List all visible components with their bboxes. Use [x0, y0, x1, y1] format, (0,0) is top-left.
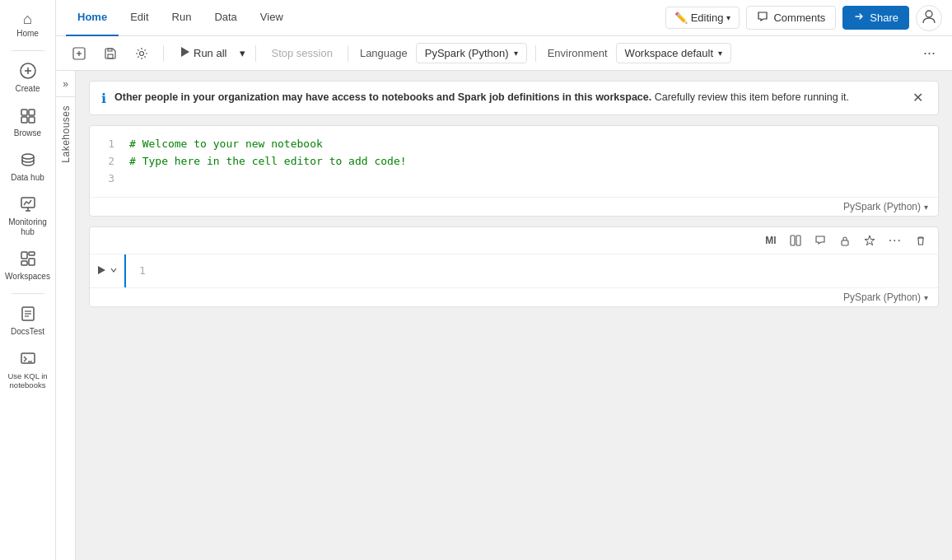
sidebar-item-monitoring[interactable]: Monitoring hub [3, 191, 53, 242]
svg-rect-12 [21, 261, 27, 265]
sidebar-label-browse: Browse [14, 128, 41, 138]
sidebar-label-create: Create [15, 84, 40, 94]
nav-tabs: Home Edit Run Data View [66, 0, 295, 36]
save-button[interactable] [97, 44, 124, 63]
svg-rect-4 [29, 110, 35, 115]
toolbar-more-button[interactable]: ··· [917, 41, 942, 65]
comments-button[interactable]: Comments [746, 6, 836, 30]
sidebar-divider2 [12, 293, 44, 294]
cell-2-code-area[interactable]: 1 [126, 254, 938, 287]
tab-data[interactable]: Data [203, 0, 248, 36]
cell-2-body: 1 [90, 254, 938, 287]
cell-1-lang-dropdown[interactable]: PySpark (Python) ▾ [843, 201, 928, 212]
svg-rect-27 [791, 236, 795, 245]
workspaces-icon [20, 250, 36, 269]
svg-rect-5 [21, 117, 27, 123]
language-dropdown[interactable]: PySpark (Python) ▾ [416, 43, 527, 63]
cell-2-run-button[interactable] [96, 264, 106, 278]
info-close-button[interactable]: ✕ [909, 90, 926, 105]
svg-rect-9 [21, 252, 27, 259]
svg-point-7 [22, 154, 34, 159]
comments-icon [757, 11, 768, 25]
sidebar-item-kql[interactable]: Use KQL in notebooks [3, 345, 53, 395]
svg-rect-24 [108, 49, 112, 51]
stop-session-button[interactable]: Stop session [264, 44, 338, 63]
top-nav: Home Edit Run Data View ✏️ Editing ▾ [56, 0, 952, 36]
sidebar: ⌂ Home Create Browse Data hub Monitoring… [0, 0, 56, 560]
cell-2-lang-dropdown[interactable]: PySpark (Python) ▾ [843, 292, 928, 303]
cell-2-chevron-button[interactable] [110, 265, 118, 277]
tab-home[interactable]: Home [66, 0, 119, 36]
toolbar-separator-4 [535, 45, 536, 62]
user-avatar[interactable] [916, 5, 942, 31]
tab-edit[interactable]: Edit [119, 0, 160, 36]
environment-label: Environment [544, 47, 611, 59]
sidebar-item-docstest[interactable]: DocsTest [3, 301, 53, 342]
kql-icon [20, 350, 36, 369]
tab-view[interactable]: View [249, 0, 295, 36]
svg-rect-23 [108, 54, 113, 58]
code-cell-2: Ml ··· [89, 226, 939, 307]
cell-2-split-button[interactable] [785, 232, 806, 249]
browse-icon [20, 107, 36, 126]
cell-1-code-line-1: # Welcome to your new notebook [129, 136, 925, 153]
svg-rect-3 [21, 110, 27, 115]
sidebar-item-home[interactable]: ⌂ Home [3, 7, 53, 44]
share-icon [853, 11, 865, 25]
tab-run[interactable]: Run [161, 0, 203, 36]
cell-1-code-line-3 [129, 170, 925, 188]
toolbar-separator-2 [255, 45, 256, 62]
settings-button[interactable] [128, 44, 155, 63]
cell-1-footer: PySpark (Python) ▾ [90, 197, 938, 216]
run-all-button[interactable]: Run all [172, 43, 233, 63]
svg-marker-26 [181, 47, 189, 57]
run-all-chevron[interactable]: ▾ [238, 44, 247, 63]
cell-2-delete-button[interactable] [910, 232, 931, 249]
cell-2-ml-button[interactable]: Ml [760, 232, 781, 249]
info-text-normal: Carefully review this item before runnin… [655, 91, 849, 103]
side-panel: » Lakehouses [56, 71, 76, 560]
lakehouses-label: Lakehouses [60, 97, 72, 171]
pencil-icon: ✏️ [674, 12, 688, 24]
sidebar-item-browse[interactable]: Browse [3, 102, 53, 143]
content-area: » Lakehouses ℹ Other people in your orga… [56, 71, 952, 560]
sidebar-label-docstest: DocsTest [11, 327, 44, 337]
editing-button[interactable]: ✏️ Editing ▾ [665, 7, 740, 29]
info-text-bold: Other people in your organization may ha… [114, 91, 651, 103]
svg-point-19 [926, 11, 932, 17]
sidebar-item-create[interactable]: Create [3, 58, 53, 99]
cell-1-line-numbers: 1 2 3 [90, 136, 123, 187]
sidebar-label-datahub: Data hub [11, 173, 44, 183]
svg-rect-29 [842, 240, 848, 245]
avatar-icon [922, 9, 936, 26]
language-label: Language [357, 47, 411, 59]
docstest-icon [20, 306, 36, 324]
svg-rect-11 [29, 259, 35, 265]
cell-1-code-line-2: # Type here in the cell editor to add co… [129, 153, 925, 170]
share-button[interactable]: Share [842, 6, 909, 30]
sidebar-divider [12, 50, 44, 51]
home-icon: ⌂ [23, 12, 32, 26]
cell-2-lock-button[interactable] [834, 232, 856, 249]
sidebar-label-kql: Use KQL in notebooks [7, 371, 49, 390]
sidebar-label-home: Home [16, 29, 39, 39]
cell-2-sparkle-button[interactable] [859, 232, 880, 249]
toolbar-separator-3 [348, 45, 348, 62]
svg-rect-10 [29, 252, 35, 255]
play-icon [179, 46, 190, 60]
info-banner: ℹ Other people in your organization may … [89, 81, 939, 115]
sidebar-label-monitoring: Monitoring hub [7, 217, 49, 237]
sidebar-item-datahub[interactable]: Data hub [3, 147, 53, 188]
svg-rect-28 [796, 236, 800, 245]
info-text: Other people in your organization may ha… [114, 90, 901, 105]
add-code-button[interactable] [66, 44, 92, 63]
notebook-area: ℹ Other people in your organization may … [76, 71, 952, 560]
environment-dropdown[interactable]: Workspace default ▾ [616, 43, 731, 63]
cell-1-content[interactable]: 1 2 3 # Welcome to your new notebook # T… [90, 126, 938, 197]
svg-rect-6 [29, 117, 35, 123]
cell-2-more-button[interactable]: ··· [884, 231, 907, 250]
cell-2-comment-button[interactable] [810, 232, 831, 249]
side-panel-toggle[interactable]: » [56, 71, 76, 97]
sidebar-item-workspaces[interactable]: Workspaces [3, 245, 53, 287]
svg-marker-30 [98, 266, 105, 274]
